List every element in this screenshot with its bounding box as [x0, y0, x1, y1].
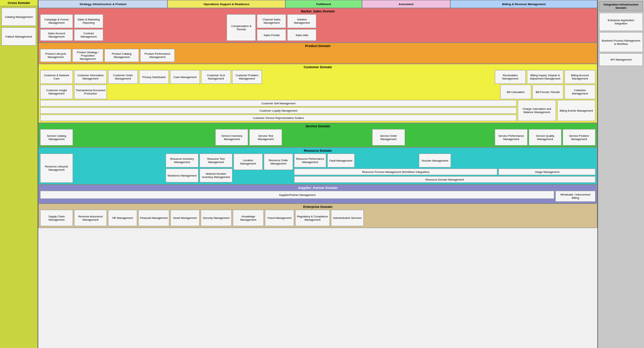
resource-order-box[interactable]: Resource Order Management: [264, 154, 293, 170]
sales-aids-box[interactable]: Sales Account Management: [40, 29, 73, 41]
product-domain: Product Domain Product Lifecycle Managem…: [38, 43, 597, 64]
voucher-mgmt-box[interactable]: Voucher Management: [419, 154, 451, 167]
product-domain-label: Product Domain: [39, 44, 596, 48]
enterprise-domain-label: Enterprise Domain: [39, 205, 596, 209]
customer-domain: Customer Domain Customer & Network CareC…: [38, 64, 597, 123]
main-content: Strategy, Infrastructure & Product Opera…: [38, 0, 597, 348]
supply-chain-box[interactable]: Supply Chain Management: [40, 210, 73, 226]
catalog-management-box[interactable]: Catalog Management: [1, 8, 36, 26]
resource-lifecycle-box[interactable]: Resource Lifecycle Management: [40, 154, 73, 183]
contract-mgmt-box[interactable]: Sales Portals: [257, 29, 286, 41]
resource-performance-box[interactable]: Resource Performance Management: [294, 154, 326, 167]
band-fulfillment: Fulfillment: [285, 0, 362, 8]
location-mgmt-box[interactable]: Location Management: [234, 154, 263, 170]
service-quality-box[interactable]: Service Quality Management: [529, 129, 562, 146]
band-strategy: Strategy, Infrastructure & Product: [38, 0, 167, 8]
left-sidebar: Cross Domain Catalog Management Fallout …: [0, 0, 38, 348]
asset-mgmt-box[interactable]: Asset Management: [170, 210, 200, 226]
network-number-box[interactable]: Network Number Inventory Management: [200, 169, 232, 182]
service-domain-label: Service Domain: [39, 124, 596, 128]
admin-services-box[interactable]: Administrative Services: [331, 210, 364, 226]
enterprise-domain: Enterprise Domain Supply Chain Managemen…: [38, 204, 597, 228]
service-order-box[interactable]: Service Order Management: [372, 129, 405, 146]
market-sales-domain: Market_Sales Domain Campaign & Funnel Ma…: [38, 8, 597, 43]
knowledge-mgmt-box[interactable]: Knowledge Management: [233, 210, 264, 226]
solution-mgmt-box[interactable]: Solution Management: [287, 14, 316, 28]
service-performance-box[interactable]: Service Performance Management: [495, 129, 528, 146]
financial-mgmt-box[interactable]: Financial Management: [138, 210, 169, 226]
sales-marketing-box[interactable]: Sales & Marketing Reporting: [74, 14, 103, 28]
product-strategy-box[interactable]: Product Strategy / Proposition Managemen…: [72, 49, 103, 62]
usage-mgmt-bar[interactable]: Usage Management: [498, 169, 595, 175]
product-performance-box[interactable]: Product Performance Management: [140, 49, 175, 62]
integration-infra-label: Integration Infrastructure Domain: [599, 1, 643, 11]
band-assurance: Assurance: [362, 0, 450, 8]
supplier-domain: Supplier_Partner Domain Supplier/Partner…: [38, 185, 597, 204]
supplier-partner-bar[interactable]: Supplier/Partner Management: [40, 191, 554, 199]
resource-inventory-box[interactable]: Resource Inventory Management: [166, 154, 198, 167]
security-mgmt-box[interactable]: Security Management: [201, 210, 232, 226]
cross-domain-label: Cross Domain: [0, 0, 38, 6]
customer-domain-label: Customer Domain: [39, 65, 596, 69]
revenue-assurance-box[interactable]: Revenue Assurance Management: [74, 210, 107, 226]
service-domain: Service Domain Service Catalog Managemen…: [38, 123, 597, 147]
hr-mgmt-box[interactable]: HR Management: [108, 210, 137, 226]
supplier-domain-label: Supplier_Partner Domain: [39, 186, 596, 190]
market-sales-label: Market_Sales Domain: [39, 9, 596, 13]
compensation-results-box[interactable]: Compensation & Results: [227, 14, 256, 41]
resource-test-box[interactable]: Resource Test Management: [200, 154, 232, 167]
service-catalog-box[interactable]: Service Catalog Management: [40, 129, 73, 146]
band-operations: Operations Support & Readiness: [167, 0, 285, 8]
right-sidebar: Integration Infrastructure Domain Enterp…: [597, 0, 644, 348]
sales-portals-box[interactable]: Sales Aids: [287, 29, 316, 41]
header-bands: Strategy, Infrastructure & Product Opera…: [38, 0, 597, 8]
service-test-box[interactable]: Service Test Management: [249, 129, 282, 146]
fallout-management-box[interactable]: Fallout Management: [1, 27, 36, 46]
service-problem-box[interactable]: Service Problem Management: [563, 129, 595, 146]
customer-network-care-box[interactable]: Customer & Network Care: [40, 70, 73, 84]
resource-domain-label: Resource Domain: [39, 148, 596, 153]
api-management-box[interactable]: API Management: [599, 53, 643, 66]
bpm-workflow-box[interactable]: Business Process Management & Workflow: [599, 32, 643, 52]
service-inventory-box[interactable]: Service Inventory Management: [215, 129, 248, 146]
enterprise-app-integration-box[interactable]: Enterprise Application Integration: [599, 13, 643, 31]
customer-info-mgmt-box[interactable]: Customer Information Management: [74, 70, 107, 84]
sales-account-box[interactable]: Contract Management: [74, 29, 103, 41]
product-catalog-box[interactable]: Product Catalog Management: [104, 49, 139, 62]
channel-sales-box[interactable]: Channel Sales Management: [257, 14, 286, 28]
band-billing: Billing & Revenue Management: [450, 0, 597, 8]
wholesale-billing-box[interactable]: Wholesale / Interconnect Billing: [555, 191, 595, 202]
workforce-mgmt-box[interactable]: Workforce Management: [166, 169, 198, 182]
resource-domain-mgmt-bar[interactable]: Resource Domain Management: [294, 176, 595, 183]
resource-domain: Resource Domain Resource Lifecycle Manag…: [38, 147, 597, 185]
fault-mgmt-box[interactable]: Fault Management: [327, 154, 355, 167]
resource-process-bar[interactable]: Resource Process Management (Workflow/ I…: [294, 169, 498, 175]
regulatory-box[interactable]: Regulatory & Compliance Management: [295, 210, 330, 226]
campaign-funnel-box[interactable]: Campaign & Funnel Management: [40, 14, 73, 28]
fraud-mgmt-box[interactable]: Fraud Management: [265, 210, 294, 226]
product-lifecycle-box[interactable]: Product Lifecycle Management: [40, 49, 71, 62]
